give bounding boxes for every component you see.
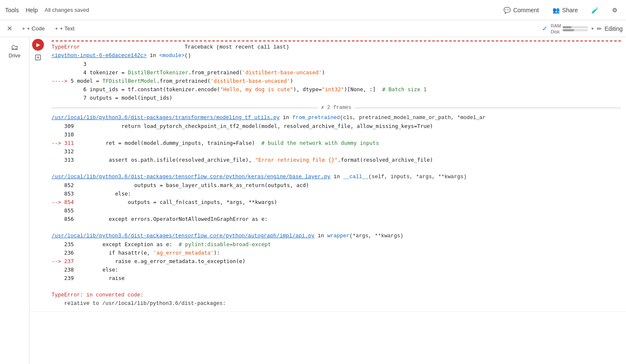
save-status: All changes saved — [44, 7, 89, 13]
pencil-icon: ✏ — [597, 25, 602, 32]
traceback-header: Traceback (most recent call last) — [185, 44, 289, 50]
add-code-label: + Code — [27, 25, 45, 32]
code-line-3: 3 — [52, 60, 621, 68]
f3-line-235: 235 except Exception as e: # pylint:disa… — [52, 240, 621, 249]
sidebar-drive-label: Drive — [8, 53, 20, 59]
file3-path-line: /usr/local/lib/python3.6/dist-packages/t… — [52, 232, 621, 240]
error-separator — [52, 41, 621, 41]
settings-button[interactable]: ⚙ — [609, 5, 621, 15]
comment-icon: 💬 — [504, 7, 511, 14]
disk-bar-fill — [563, 29, 574, 31]
ipython-link[interactable]: <ipython-input-6-e6dacece142c> — [52, 53, 147, 59]
ram-dropdown-arrow[interactable]: ▾ — [591, 26, 593, 31]
f3-line-239: 239 raise — [52, 274, 621, 283]
share-button[interactable]: 👥 Share — [549, 5, 581, 15]
add-text-button[interactable]: + + Text — [52, 24, 78, 33]
drive-icon: 🗂 — [11, 43, 19, 52]
file1-path-line: /usr/local/lib/python3.6/dist-packages/t… — [52, 114, 621, 122]
file1-link[interactable]: /usr/local/lib/python3.6/dist-packages/t… — [52, 115, 280, 121]
frames-label: ✗ 2 frames — [321, 104, 351, 112]
comment-button[interactable]: 💬 Comment — [500, 5, 542, 15]
flask-button[interactable]: 🧪 — [588, 5, 602, 15]
f3-line-238: 238 else: — [52, 266, 621, 274]
f1-line-310: 310 — [52, 130, 621, 139]
flask-icon: 🧪 — [591, 7, 599, 14]
ram-bar-row — [563, 26, 588, 28]
final-error-1: TypeError: in converted code: — [52, 291, 621, 299]
frames-divider: ✗ 2 frames — [52, 104, 621, 112]
code-line-7: 7 outputs = model(input_ids) — [52, 94, 621, 102]
ram-disk-labels: RAM Disk — [551, 23, 561, 34]
f1-line-312: 312 — [52, 147, 621, 156]
f3-line-236: 236 if hasattr(e, 'ag_error_metadata'): — [52, 249, 621, 257]
sidebar-item-drive[interactable]: 🗂 Drive — [2, 41, 27, 61]
f3-line-237: --> 237 raise e.ag_error_metadata.to_exc… — [52, 257, 621, 266]
top-bar-right: 💬 Comment 👥 Share 🧪 ⚙ — [500, 5, 621, 15]
cell-action-output[interactable] — [33, 52, 43, 62]
cell-output: TypeError Traceback (most recent call la… — [46, 37, 626, 311]
top-bar: Tools Help All changes saved 💬 Comment 👥… — [0, 0, 626, 20]
final-error-2: relative to /usr/local/lib/python3.6/dis… — [52, 299, 621, 308]
run-button[interactable]: ▶ — [32, 39, 44, 51]
toolbar-left: ✕ + + Code + + Text — [3, 23, 539, 35]
disk-label: Disk — [551, 29, 561, 34]
code-line-6: 6 input_ids = tf.constant(tokenizer.enco… — [52, 85, 621, 94]
editing-label: Editing — [604, 25, 623, 32]
f1-line-311: --> 311 ret = model(model.dummy_inputs, … — [52, 139, 621, 147]
gear-icon: ⚙ — [612, 7, 618, 14]
f2-line-855: 855 — [52, 206, 621, 215]
plus-code-icon: + — [22, 25, 25, 32]
file2-path-line: /usr/local/lib/python3.6/dist-packages/t… — [52, 173, 621, 181]
notebook-area[interactable]: ▶ TypeError Traceback (most recent call … — [30, 37, 626, 364]
ram-disk-info: RAM Disk — [551, 23, 588, 34]
progress-bars — [563, 26, 588, 31]
toolbar-right: ✓ RAM Disk ▾ ✏ Edit — [542, 23, 623, 34]
error-type: TypeError — [52, 44, 80, 50]
menu-help[interactable]: Help — [26, 7, 38, 14]
add-code-button[interactable]: + + Code — [19, 24, 48, 33]
sidebar: 🗂 Drive — [0, 37, 30, 364]
code-line-5: ----> 5 model = TFDistilBertModel.from_p… — [52, 77, 621, 85]
code-line-4: 4 tokenizer = DistilBertTokenizer.from_p… — [52, 68, 621, 77]
ram-bar-fill — [563, 26, 572, 28]
main-layout: 🗂 Drive ▶ TypeError — [0, 37, 626, 364]
top-bar-left: Tools Help All changes saved — [5, 7, 89, 14]
cell-toolbar: ▶ — [30, 37, 46, 311]
in-module: in <module>() — [150, 53, 191, 59]
f1-line-309: 309 return load_pytorch_checkpoint_in_tf… — [52, 122, 621, 130]
f2-line-853: 853 else: — [52, 190, 621, 198]
file2-link[interactable]: /usr/local/lib/python3.6/dist-packages/t… — [52, 174, 330, 180]
f2-line-856: 856 except errors.OperatorNotAllowedInGr… — [52, 215, 621, 223]
editing-area: ✏ Editing — [597, 25, 623, 32]
check-icon: ✓ — [542, 24, 547, 33]
file3-link[interactable]: /usr/local/lib/python3.6/dist-packages/t… — [52, 233, 315, 239]
f2-line-852: 852 outputs = base_layer_utils.mark_as_r… — [52, 181, 621, 190]
disk-bar-row — [563, 29, 588, 31]
f1-line-313: 313 assert os.path.isfile(resolved_archi… — [52, 156, 621, 164]
comment-label: Comment — [513, 7, 539, 14]
share-label: Share — [562, 7, 578, 14]
code-cell: ▶ TypeError Traceback (most recent call … — [30, 37, 626, 312]
ram-bar-bg — [563, 26, 588, 28]
toolbar: ✕ + + Code + + Text ✓ RAM Disk — [0, 20, 626, 37]
f2-line-854: --> 854 outputs = call_fn(cast_inputs, *… — [52, 198, 621, 206]
menu-tools[interactable]: Tools — [5, 7, 19, 14]
disk-bar-bg — [563, 29, 588, 31]
add-text-label: + Text — [60, 25, 74, 32]
plus-text-icon: + — [55, 25, 58, 32]
ram-label: RAM — [551, 23, 561, 28]
share-icon: 👥 — [553, 7, 560, 14]
close-button[interactable]: ✕ — [3, 23, 15, 35]
